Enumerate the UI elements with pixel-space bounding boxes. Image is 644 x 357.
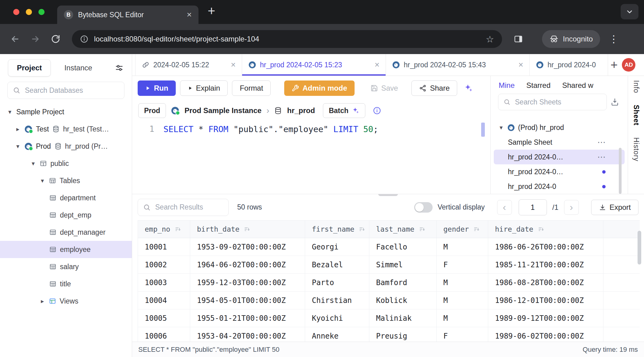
address-bar[interactable]: localhost:8080/sql-editor/sheet/project-… (72, 30, 502, 48)
sheet-group-row[interactable]: ▾ (Prod) hr_prod (491, 120, 628, 135)
tab-instance[interactable]: Instance (64, 64, 92, 72)
caret-down-icon[interactable]: ▾ (7, 108, 13, 116)
sheet-menu-icon[interactable]: ⋯ (597, 152, 606, 162)
cell[interactable]: 1964-06-02T00:00:00Z (190, 256, 305, 273)
environment-chip[interactable]: Prod (138, 103, 166, 118)
run-button[interactable]: Run (138, 80, 176, 96)
vertical-display-toggle[interactable] (414, 202, 433, 213)
results-scrollbar[interactable] (638, 231, 641, 265)
tree-item-instance-prod[interactable]: ▾ Prod hr_prod (Pr… (0, 138, 132, 155)
page-input[interactable] (519, 199, 547, 215)
new-tab-button[interactable]: + (208, 4, 215, 18)
caret-down-icon[interactable]: ▾ (30, 160, 36, 167)
export-button[interactable]: Export (591, 200, 638, 215)
cell[interactable]: Facello (369, 238, 437, 256)
column-header[interactable]: hire_date (488, 221, 603, 238)
cell[interactable]: M (437, 238, 488, 256)
ai-sparkles-icon[interactable] (463, 83, 473, 93)
url-text[interactable]: localhost:8080/sql-editor/sheet/project-… (94, 35, 480, 43)
cell[interactable]: 1953-09-02T00:00:00Z (190, 238, 305, 256)
cell[interactable]: 1959-12-03T00:00:00Z (190, 274, 305, 291)
sheet-search[interactable] (498, 94, 607, 110)
cell[interactable]: M (437, 274, 488, 291)
close-window-button[interactable] (13, 9, 19, 15)
cell[interactable]: F (437, 327, 488, 342)
cell[interactable]: 10002 (138, 256, 190, 273)
table-row[interactable]: 10003 1959-12-03T00:00:00Z Parto Bamford… (138, 274, 640, 292)
tree-item-views[interactable]: ▸ Views (0, 292, 132, 310)
column-header[interactable]: emp_no (138, 221, 190, 238)
tab-shared[interactable]: Shared w (562, 81, 593, 90)
sheet-tab-4[interactable]: hr_prod 2024-0 (530, 54, 608, 76)
tab-info[interactable]: Info (632, 80, 640, 93)
sort-icon[interactable] (538, 226, 544, 233)
close-sheet-icon[interactable]: × (231, 61, 236, 69)
database-name[interactable]: hr_prod (287, 106, 315, 115)
table-row[interactable]: 10005 1955-01-21T00:00:00Z Kyoichi Malin… (138, 309, 640, 327)
bookmark-star-icon[interactable]: ☆ (486, 34, 494, 45)
reload-icon[interactable] (49, 32, 63, 46)
tree-item-instance-test[interactable]: ▸ Test hr_test (Test… (0, 120, 132, 138)
cell[interactable]: Georgi (305, 238, 369, 256)
tree-item-table[interactable]: department (0, 189, 132, 206)
caret-down-icon[interactable]: ▾ (39, 177, 45, 184)
sql-editor[interactable]: 1 SELECT * FROM "public"."employee" LIMI… (132, 121, 490, 194)
prev-page-button[interactable]: ‹ (497, 200, 512, 215)
tree-item-tables[interactable]: ▾ Tables (0, 172, 132, 189)
batch-button[interactable]: Batch (323, 103, 365, 118)
minimize-window-button[interactable] (26, 9, 32, 15)
cell[interactable]: 1953-04-20T00:00:00Z (190, 327, 305, 342)
sheet-item-selected[interactable]: hr_prod 2024-0… ⋯ (494, 150, 625, 164)
cell[interactable]: 10006 (138, 327, 190, 342)
new-sheet-button[interactable]: + (611, 59, 618, 71)
zoom-window-button[interactable] (38, 9, 45, 15)
sort-icon[interactable] (175, 226, 181, 233)
sheet-tab-3[interactable]: hr_prod 2024-02-05 15:43 × (386, 54, 530, 76)
cell[interactable]: 1955-01-21T00:00:00Z (190, 309, 305, 327)
tree-item-table[interactable]: dept_emp (0, 206, 132, 224)
column-header[interactable]: gender (437, 221, 488, 238)
cell[interactable]: 1986-08-28T00:00:00Z (488, 274, 603, 291)
back-icon[interactable] (8, 32, 22, 46)
cell[interactable]: 1985-11-21T00:00:00Z (488, 256, 603, 273)
browser-menu-icon[interactable]: ⋮ (609, 33, 618, 45)
tab-mine[interactable]: Mine (499, 81, 515, 90)
sheet-item[interactable]: hr_prod 2024-0 (494, 179, 625, 194)
tab-project[interactable]: Project (8, 59, 51, 76)
table-row[interactable]: 10006 1953-04-20T00:00:00Z Anneke Preusi… (138, 327, 640, 342)
results-search-input[interactable] (155, 203, 223, 212)
tree-item-table-selected[interactable]: employee (0, 241, 132, 258)
cell[interactable]: Bezalel (305, 256, 369, 273)
results-search[interactable] (138, 199, 229, 216)
close-tab-icon[interactable]: × (187, 10, 192, 19)
cell[interactable]: Kyoichi (305, 309, 369, 327)
tree-item-table[interactable]: title (0, 275, 132, 292)
side-panel-icon[interactable] (511, 32, 525, 46)
splitter-handle[interactable] (378, 194, 398, 196)
panel-scrollbar[interactable] (619, 148, 622, 194)
close-sheet-icon[interactable]: × (375, 61, 379, 69)
tree-item-project[interactable]: ▾ Sample Project (0, 103, 132, 120)
tree-item-schema-public[interactable]: ▾ public (0, 155, 132, 172)
sheet-item[interactable]: Sample Sheet ⋯ (494, 135, 625, 150)
cell[interactable]: M (437, 309, 488, 327)
admin-mode-button[interactable]: Admin mode (284, 80, 354, 96)
cell[interactable]: 10003 (138, 274, 190, 291)
tree-item-table[interactable]: salary (0, 258, 132, 275)
user-avatar[interactable]: AD (622, 58, 635, 72)
sql-code-line[interactable]: SELECT * FROM "public"."employee" LIMIT … (163, 124, 378, 134)
cell[interactable]: Preusig (369, 327, 437, 342)
cell[interactable]: Bamford (369, 274, 437, 291)
caret-right-icon[interactable]: ▸ (39, 297, 45, 305)
sheet-tab-2-active[interactable]: hr_prod 2024-02-05 15:23 × (242, 54, 386, 76)
cell[interactable]: Simmel (369, 256, 437, 273)
sort-icon[interactable] (419, 226, 426, 233)
caret-down-icon[interactable]: ▾ (498, 124, 504, 131)
table-row[interactable]: 10002 1964-06-02T00:00:00Z Bezalel Simme… (138, 256, 640, 274)
column-header[interactable]: first_name (305, 221, 369, 238)
cell[interactable]: 1986-12-01T00:00:00Z (488, 292, 603, 309)
tab-sheet[interactable]: Sheet (632, 105, 640, 126)
cell[interactable]: 1989-09-12T00:00:00Z (488, 309, 603, 327)
save-button[interactable]: Save (363, 80, 406, 96)
close-sheet-icon[interactable]: × (518, 61, 523, 69)
